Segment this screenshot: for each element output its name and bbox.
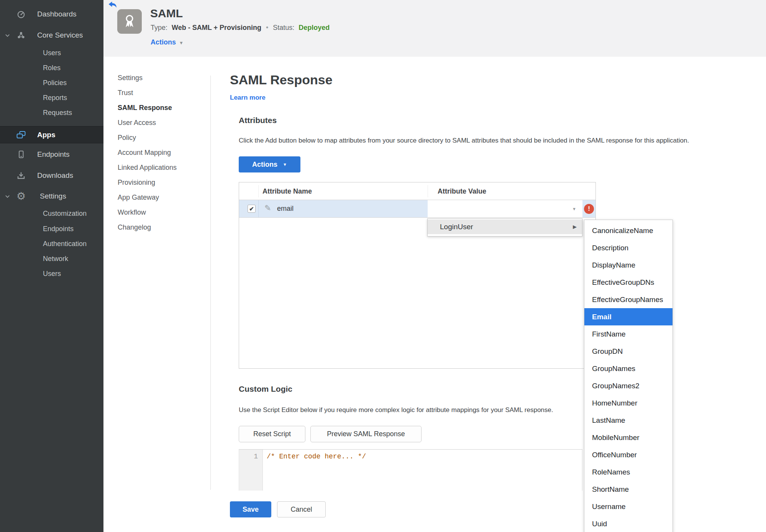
submenu-item-uuid[interactable]: Uuid bbox=[584, 515, 673, 532]
chevron-down-icon bbox=[4, 193, 11, 200]
sidebar-item-authentication[interactable]: Authentication bbox=[0, 237, 103, 250]
sidebar-item-roles[interactable]: Roles bbox=[0, 61, 103, 74]
editor-line-number: 1 bbox=[239, 450, 263, 491]
sidebar-item-label: Dashboards bbox=[37, 10, 76, 18]
sidebar-item-downloads[interactable]: Downloads bbox=[0, 167, 103, 184]
cancel-button[interactable]: Cancel bbox=[277, 501, 326, 517]
sidebar-item-apps[interactable]: Apps bbox=[0, 126, 103, 143]
column-divider bbox=[428, 185, 428, 197]
type-value: Web - SAML + Provisioning bbox=[172, 24, 261, 31]
submenu-item-mobilenumber[interactable]: MobileNumber bbox=[584, 429, 673, 446]
submenu-arrow-icon: ▶ bbox=[573, 220, 577, 234]
sidebar-item-settings-users[interactable]: Users bbox=[0, 267, 103, 280]
custom-logic-heading: Custom Logic bbox=[239, 384, 292, 394]
app-icon-badge bbox=[117, 9, 142, 34]
sidebar-subitem-label: Authentication bbox=[43, 240, 87, 248]
submenu-item-description[interactable]: Description bbox=[584, 239, 673, 256]
sidebar-subitem-label: Users bbox=[43, 270, 61, 278]
meta-separator: • bbox=[263, 24, 271, 31]
submenu-item-rolenames[interactable]: RoleNames bbox=[584, 463, 673, 481]
tab-account-mapping[interactable]: Account Mapping bbox=[118, 149, 171, 157]
gear-icon: ⚙ bbox=[16, 191, 26, 201]
sidebar-item-customization[interactable]: Customization bbox=[0, 207, 103, 220]
tab-changelog[interactable]: Changelog bbox=[118, 223, 151, 232]
sidebar-item-settings-endpoints[interactable]: Endpoints bbox=[0, 222, 103, 235]
download-icon bbox=[16, 171, 26, 181]
attributes-actions-button[interactable]: Actions▼ bbox=[239, 156, 300, 172]
sidebar-item-endpoints[interactable]: Endpoints bbox=[0, 146, 103, 163]
sidebar-item-dashboards[interactable]: Dashboards bbox=[0, 6, 103, 22]
submenu-item-shortname[interactable]: ShortName bbox=[584, 481, 673, 498]
submenu-item-groupnames[interactable]: GroupNames bbox=[584, 360, 673, 377]
sidebar-subitem-label: Roles bbox=[43, 64, 61, 72]
tab-settings[interactable]: Settings bbox=[118, 74, 143, 82]
sidebar-item-core-services[interactable]: Core Services bbox=[0, 27, 103, 43]
save-button[interactable]: Save bbox=[230, 501, 271, 517]
reset-script-button[interactable]: Reset Script bbox=[239, 426, 305, 442]
back-arrow-icon[interactable] bbox=[108, 1, 117, 9]
script-editor[interactable]: 1 /* Enter code here... */ bbox=[239, 449, 582, 491]
submenu-item-lastname[interactable]: LastName bbox=[584, 412, 673, 429]
tab-user-access[interactable]: User Access bbox=[118, 119, 156, 127]
attribute-value-dropdown[interactable]: ▼ bbox=[428, 200, 582, 217]
edit-pencil-icon[interactable]: ✎ bbox=[264, 204, 271, 213]
editor-code[interactable]: /* Enter code here... */ bbox=[267, 453, 366, 460]
submenu-item-canonicalizename[interactable]: CanonicalizeName bbox=[584, 222, 673, 239]
custom-logic-description: Use the Script Editor below if you requi… bbox=[239, 406, 553, 414]
actions-button-label: Actions bbox=[252, 161, 277, 169]
submenu-item-displayname[interactable]: DisplayName bbox=[584, 256, 673, 274]
submenu-item-homenumber[interactable]: HomeNumber bbox=[584, 394, 673, 412]
attribute-submenu: CanonicalizeName Description DisplayName… bbox=[584, 220, 673, 532]
caret-down-icon: ▼ bbox=[572, 207, 576, 211]
sidebar-subitem-label: Policies bbox=[43, 79, 67, 87]
type-label: Type: bbox=[151, 24, 167, 31]
menu-item-label: LoginUser bbox=[440, 223, 473, 231]
attributes-description: Click the Add button below to map attrib… bbox=[239, 137, 689, 144]
checkmark-icon: ✔ bbox=[249, 206, 254, 212]
submenu-item-email[interactable]: Email bbox=[584, 308, 673, 325]
learn-more-link[interactable]: Learn more bbox=[230, 94, 266, 102]
attribute-name-cell[interactable]: email bbox=[277, 200, 294, 217]
sidebar-item-reports[interactable]: Reports bbox=[0, 91, 103, 104]
column-header-attribute-value: Attribute Value bbox=[438, 182, 486, 200]
sidebar-item-label: Downloads bbox=[37, 171, 73, 180]
submenu-item-effectivegroupnames[interactable]: EffectiveGroupNames bbox=[584, 291, 673, 308]
saml-app-page: Dashboards Core Services Users Roles Pol… bbox=[0, 0, 766, 532]
tab-trust[interactable]: Trust bbox=[118, 89, 133, 97]
sidebar-subitem-label: Reports bbox=[43, 94, 67, 102]
value-dropdown-menu: LoginUser ▶ bbox=[427, 218, 582, 236]
column-divider bbox=[258, 185, 259, 197]
attributes-table: Attribute Name Attribute Value ✔ ✎ email… bbox=[239, 182, 596, 369]
tab-saml-response[interactable]: SAML Response bbox=[118, 104, 172, 112]
submenu-item-effectivegroupdns[interactable]: EffectiveGroupDNs bbox=[584, 274, 673, 291]
app-header: SAML Type: Web - SAML + Provisioning • S… bbox=[103, 0, 766, 57]
table-row[interactable]: ✔ ✎ email ▼ ! bbox=[239, 200, 595, 218]
tab-policy[interactable]: Policy bbox=[118, 134, 136, 142]
preview-saml-response-button[interactable]: Preview SAML Response bbox=[310, 426, 422, 442]
menu-item-loginuser[interactable]: LoginUser ▶ bbox=[428, 220, 582, 234]
error-cell: ! bbox=[582, 200, 595, 217]
sidebar-item-settings[interactable]: ⚙ Settings bbox=[0, 188, 103, 204]
error-icon: ! bbox=[584, 204, 594, 214]
sidebar-item-network[interactable]: Network bbox=[0, 252, 103, 265]
sidebar-subitem-label: Users bbox=[43, 49, 61, 57]
mobile-device-icon bbox=[16, 149, 26, 159]
tab-provisioning[interactable]: Provisioning bbox=[118, 179, 155, 187]
submenu-item-firstname[interactable]: FirstName bbox=[584, 325, 673, 343]
tab-linked-applications[interactable]: Linked Applications bbox=[118, 164, 177, 172]
status-label: Status: bbox=[273, 24, 294, 31]
apps-icon bbox=[16, 130, 26, 140]
submenu-item-username[interactable]: Username bbox=[584, 498, 673, 515]
sidebar-item-requests[interactable]: Requests bbox=[0, 106, 103, 119]
submenu-item-officenumber[interactable]: OfficeNumber bbox=[584, 446, 673, 463]
tab-workflow[interactable]: Workflow bbox=[118, 209, 146, 217]
sidebar-item-users[interactable]: Users bbox=[0, 46, 103, 59]
row-checkbox[interactable]: ✔ bbox=[248, 205, 256, 213]
header-actions-dropdown[interactable]: Actions▼ bbox=[151, 38, 184, 46]
submenu-item-groupdn[interactable]: GroupDN bbox=[584, 343, 673, 360]
tab-app-gateway[interactable]: App Gateway bbox=[118, 194, 159, 202]
sidebar-item-label: Apps bbox=[37, 131, 56, 139]
sidebar-subitem-label: Network bbox=[43, 255, 68, 263]
sidebar-item-policies[interactable]: Policies bbox=[0, 76, 103, 89]
submenu-item-groupnames2[interactable]: GroupNames2 bbox=[584, 377, 673, 394]
